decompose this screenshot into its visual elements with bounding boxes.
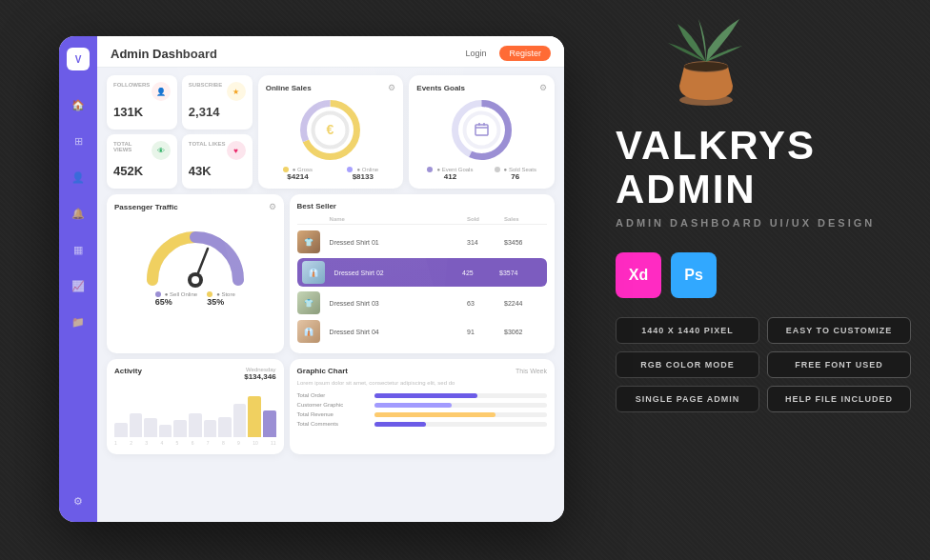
feature-rgb: RGB COLOR MODE [616, 351, 759, 378]
subscribe-icon: ★ [227, 82, 246, 101]
right-panel: VALKRYS ADMIN ADMIN DASHBOARD UI/UX DESI… [616, 48, 911, 412]
chart-period: This Week [516, 368, 547, 374]
svg-point-16 [192, 276, 199, 284]
sidebar-logo[interactable]: V [67, 48, 90, 70]
brand-subtitle: ADMIN DASHBOARD UI/UX DESIGN [616, 217, 911, 229]
sidebar-item-chart[interactable]: 📈 [69, 276, 88, 295]
feature-customize: EASY TO CUSTOMIZE [767, 317, 911, 344]
bar-8 [218, 417, 232, 437]
main-content: Admin Dashboard Login Register Followers… [97, 36, 564, 522]
chart-title: Graphic Chart [297, 367, 348, 375]
activity-bar-chart [114, 385, 276, 437]
progress-label-1: Total Order [297, 392, 369, 398]
views-icon: 👁 [152, 141, 171, 160]
online-sales-settings-icon[interactable]: ⚙ [388, 83, 395, 92]
stat-likes: Total Likes ♥ 43K [182, 134, 253, 189]
dashboard-header: Admin Dashboard Login Register [97, 36, 564, 68]
bar-3 [144, 418, 157, 437]
traffic-title: Passenger Traffic [114, 203, 178, 211]
subscribe-value: 2,314 [189, 105, 246, 119]
followers-icon: 👤 [152, 82, 171, 101]
feature-grid: 1440 x 1440 PIXEL EASY TO CUSTOMIZE RGB … [616, 317, 911, 412]
product-sales-2: $3574 [499, 270, 542, 276]
dashboard-title: Admin Dashboard [111, 47, 217, 61]
svg-text:€: € [327, 122, 334, 137]
product-thumb-2: 👔 [302, 261, 325, 284]
bar-labels: 1 2 3 4 5 6 7 8 9 10 11 [114, 437, 276, 446]
sidebar-item-user[interactable]: 👤 [69, 168, 88, 187]
progress-label-3: Total Revenue [297, 411, 369, 417]
best-seller-title: Best Seller [297, 202, 336, 210]
bar-9 [233, 404, 247, 437]
progress-label-2: Customer Graphic [297, 402, 369, 408]
table-row-highlight: 👔 Dressed Shirt 02 425 $3574 [297, 258, 547, 287]
sidebar-item-home[interactable]: 🏠 [69, 95, 88, 114]
sidebar: V 🏠 ⊞ 👤 🔔 ▦ 📈 📁 ⚙ [59, 36, 97, 522]
feature-help: HELP FILE INCLUDED [767, 386, 911, 412]
register-button[interactable]: Register [499, 46, 551, 61]
table-col-sold: Sold [467, 216, 500, 222]
svg-point-9 [465, 112, 499, 147]
header-actions: Login Register [457, 46, 551, 61]
table-row: 👕 Dressed Shirt 01 314 $3456 [297, 228, 547, 256]
feature-single: SINGLE PAGE ADMIN [616, 386, 759, 412]
activity-card: Activity Wednesday $134,346 [107, 359, 284, 454]
sidebar-item-bell[interactable]: 🔔 [69, 204, 88, 223]
progress-bg-4 [374, 422, 547, 427]
chart-description: Lorem ipsum dolor sit amet, consectetur … [297, 379, 547, 387]
bar-5 [173, 420, 187, 437]
feature-pixel: 1440 x 1440 PIXEL [616, 317, 759, 344]
traffic-settings-icon[interactable]: ⚙ [269, 202, 276, 211]
product-name-4: Dressed Shirt 04 [330, 329, 463, 335]
svg-rect-10 [475, 125, 488, 135]
mini-stats-grid: Followers 👤 131K Subscribe ★ 2,314 Total… [107, 75, 253, 189]
events-donut [416, 96, 547, 163]
progress-fill-4 [374, 422, 426, 427]
table-row: 👔 Dressed Shirt 04 91 $3062 [297, 317, 547, 346]
sidebar-item-puzzle[interactable]: ⊞ [69, 131, 88, 150]
product-sold-3: 63 [467, 300, 500, 307]
progress-label-4: Total Comments [297, 421, 369, 427]
stat-views: Total Views 👁 452K [107, 134, 177, 189]
brand-title: VALKRYS ADMIN [616, 124, 911, 211]
xd-badge: Xd [616, 252, 661, 298]
passenger-traffic-card: Passenger Traffic ⚙ [107, 194, 284, 353]
product-sold-4: 91 [467, 329, 500, 335]
login-button[interactable]: Login [457, 46, 494, 61]
product-thumb-4: 👔 [297, 320, 320, 343]
gauge-chart [114, 215, 276, 291]
progress-fill-3 [374, 412, 495, 417]
events-legend: ● Event Goals 412 ● Sold Seats 76 [416, 167, 547, 181]
online-sales-card: Online Sales ⚙ € [258, 75, 404, 189]
bar-10-accent [248, 396, 261, 437]
sidebar-item-folder[interactable]: 📁 [69, 312, 88, 331]
likes-value: 43K [189, 164, 246, 178]
activity-title: Activity [114, 367, 142, 375]
product-sales-1: $3456 [504, 239, 547, 246]
best-seller-card: Best Seller Name Sold Sales 👕 Dressed Sh… [290, 194, 555, 353]
bar-6 [189, 413, 202, 438]
stat-followers: Followers 👤 131K [107, 75, 177, 130]
progress-bg-1 [374, 393, 547, 398]
followers-value: 131K [113, 105, 171, 119]
sales-legend: ● Gross $4214 ● Online $8133 [266, 167, 396, 181]
likes-icon: ♥ [227, 141, 246, 160]
sidebar-item-settings[interactable]: ⚙ [69, 491, 88, 510]
table-col-sales: Sales [504, 216, 547, 222]
product-sales-4: $3062 [504, 329, 547, 335]
tool-badges: Xd Ps [616, 252, 911, 298]
product-sales-3: $2244 [504, 300, 547, 307]
product-name-1: Dressed Shirt 01 [330, 239, 463, 246]
table-row: 👕 Dressed Shirt 03 63 $2244 [297, 289, 547, 317]
donut-chart: € [266, 96, 396, 163]
sidebar-item-bar[interactable]: ▦ [69, 240, 88, 259]
activity-value: $134,346 [244, 372, 275, 381]
bar-7 [204, 420, 217, 437]
traffic-legend: ● Sell Online 65% ● Store 35% [114, 291, 276, 307]
product-thumb-1: 👕 [297, 230, 320, 253]
progress-fill-2 [374, 403, 453, 408]
events-settings-icon[interactable]: ⚙ [539, 83, 547, 92]
events-goals-card: Events Goals ⚙ [409, 75, 555, 189]
table-col-image [297, 216, 326, 222]
feature-font: FREE FONT USED [767, 351, 911, 378]
